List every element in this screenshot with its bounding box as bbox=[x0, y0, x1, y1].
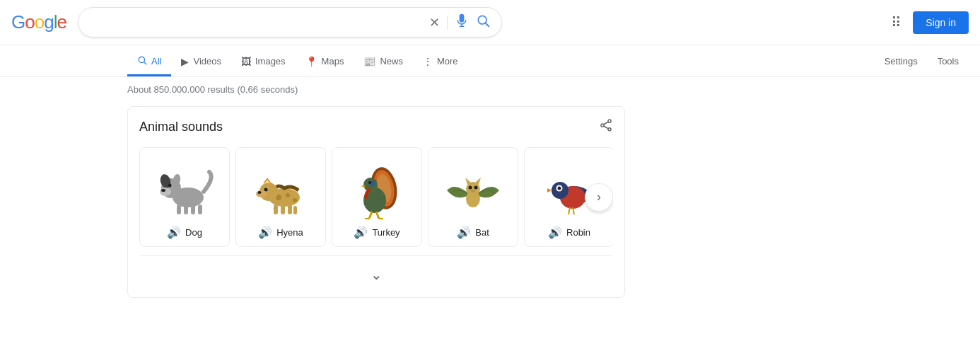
tab-more-label: More bbox=[437, 56, 458, 67]
expand-section: ⌄ bbox=[139, 255, 613, 286]
svg-line-44 bbox=[369, 212, 372, 219]
nav-tabs: All ▶ Videos 🖼 Images 📍 Maps 📰 News ⋮ Mo… bbox=[0, 45, 980, 77]
search-divider bbox=[447, 16, 448, 30]
animal-image-dog bbox=[153, 156, 216, 220]
animal-label-turkey: 🔊 Turkey bbox=[354, 226, 399, 239]
svg-point-7 bbox=[601, 124, 604, 127]
tab-more[interactable]: ⋮ More bbox=[413, 49, 468, 76]
tab-tools[interactable]: Tools bbox=[928, 49, 969, 76]
logo-letter-G: G bbox=[11, 11, 25, 33]
animal-name-bat: Bat bbox=[475, 227, 489, 238]
expand-button[interactable]: ⌄ bbox=[354, 263, 399, 286]
search-bar: What sound does a dog make ✕ bbox=[78, 7, 502, 38]
svg-point-15 bbox=[160, 188, 171, 196]
svg-point-59 bbox=[558, 187, 561, 190]
sound-icon-bat[interactable]: 🔊 bbox=[457, 226, 471, 239]
svg-line-61 bbox=[568, 207, 570, 214]
logo-letter-o1: o bbox=[25, 11, 34, 33]
results-count: About 850.000.000 results (0,66 seconds) bbox=[127, 84, 298, 95]
animal-name-turkey: Turkey bbox=[372, 227, 399, 238]
svg-point-8 bbox=[608, 128, 611, 131]
svg-point-52 bbox=[469, 186, 472, 190]
tab-news-label: News bbox=[380, 56, 403, 67]
news-icon: 📰 bbox=[363, 56, 375, 67]
all-icon bbox=[137, 55, 147, 67]
svg-rect-33 bbox=[281, 204, 285, 214]
animal-card-dog[interactable]: 🔊 Dog bbox=[139, 147, 230, 247]
svg-rect-34 bbox=[288, 204, 292, 214]
svg-rect-20 bbox=[191, 204, 195, 214]
maps-icon: 📍 bbox=[305, 56, 317, 67]
animals-row: 🔊 Dog bbox=[139, 147, 613, 247]
animal-card-bat[interactable]: 🔊 Bat bbox=[428, 147, 518, 247]
tools-label: Tools bbox=[938, 56, 959, 67]
animal-label-robin: 🔊 Robin bbox=[548, 226, 590, 239]
tab-settings[interactable]: Settings bbox=[875, 49, 928, 76]
svg-line-45 bbox=[376, 212, 379, 219]
animal-image-hyena bbox=[249, 156, 313, 220]
search-icons: ✕ bbox=[429, 13, 490, 31]
tab-images[interactable]: 🖼 Images bbox=[231, 49, 296, 76]
animal-label-bat: 🔊 Bat bbox=[457, 226, 489, 239]
tab-news[interactable]: 📰 News bbox=[354, 49, 413, 76]
tab-all-label: All bbox=[151, 56, 161, 67]
sound-icon-dog[interactable]: 🔊 bbox=[167, 226, 181, 239]
svg-point-31 bbox=[258, 191, 262, 194]
svg-point-53 bbox=[474, 186, 478, 190]
tab-maps[interactable]: 📍 Maps bbox=[296, 49, 354, 76]
svg-rect-21 bbox=[198, 204, 202, 214]
logo-letter-e: e bbox=[57, 11, 66, 33]
header: Google What sound does a dog make ✕ bbox=[0, 0, 980, 45]
svg-point-25 bbox=[293, 198, 297, 202]
tab-videos[interactable]: ▶ Videos bbox=[171, 49, 231, 76]
search-submit-icon[interactable] bbox=[476, 13, 490, 31]
next-button[interactable]: › bbox=[585, 183, 613, 212]
animal-name-hyena: Hyena bbox=[276, 227, 303, 238]
animal-name-robin: Robin bbox=[566, 227, 590, 238]
panel-header: Animal sounds bbox=[139, 118, 613, 136]
svg-line-3 bbox=[486, 23, 489, 27]
animal-image-turkey bbox=[345, 156, 409, 220]
knowledge-panel: Animal sounds bbox=[127, 106, 625, 298]
search-input[interactable]: What sound does a dog make bbox=[90, 16, 422, 29]
svg-line-9 bbox=[604, 122, 608, 124]
svg-point-17 bbox=[168, 184, 172, 188]
tab-images-label: Images bbox=[255, 56, 286, 67]
animal-card-hyena[interactable]: 🔊 Hyena bbox=[235, 147, 326, 247]
animal-label-dog: 🔊 Dog bbox=[167, 226, 202, 239]
svg-point-54 bbox=[471, 190, 475, 192]
animal-card-turkey[interactable]: 🔊 Turkey bbox=[332, 147, 422, 247]
svg-marker-43 bbox=[361, 185, 365, 188]
share-icon[interactable] bbox=[599, 118, 613, 136]
sound-icon-robin[interactable]: 🔊 bbox=[548, 226, 562, 239]
clear-icon[interactable]: ✕ bbox=[429, 16, 440, 29]
tab-maps-label: Maps bbox=[322, 56, 344, 67]
google-logo[interactable]: Google bbox=[11, 11, 66, 33]
images-icon: 🖼 bbox=[241, 56, 251, 67]
settings-label: Settings bbox=[885, 56, 918, 67]
panel-title: Animal sounds bbox=[139, 120, 223, 134]
svg-point-6 bbox=[608, 120, 611, 122]
main-content: Animal sounds bbox=[0, 106, 636, 298]
tab-all[interactable]: All bbox=[127, 48, 171, 76]
logo-letter-g: g bbox=[44, 11, 53, 33]
sound-icon-turkey[interactable]: 🔊 bbox=[354, 226, 368, 239]
sign-in-button[interactable]: Sign in bbox=[913, 11, 969, 34]
svg-point-29 bbox=[264, 188, 268, 192]
results-info: About 850.000.000 results (0,66 seconds) bbox=[0, 77, 980, 100]
svg-point-24 bbox=[286, 193, 290, 197]
videos-icon: ▶ bbox=[181, 56, 189, 67]
svg-rect-35 bbox=[293, 206, 297, 214]
svg-point-16 bbox=[161, 189, 165, 192]
logo-letter-o2: o bbox=[35, 11, 44, 33]
animal-name-dog: Dog bbox=[185, 227, 202, 238]
sound-icon-hyena[interactable]: 🔊 bbox=[258, 226, 272, 239]
svg-point-30 bbox=[256, 190, 267, 197]
mic-icon[interactable] bbox=[455, 13, 469, 31]
animal-label-hyena: 🔊 Hyena bbox=[258, 226, 303, 239]
svg-marker-60 bbox=[547, 188, 552, 192]
svg-line-5 bbox=[144, 62, 146, 64]
header-right: ⠿ Sign in bbox=[891, 11, 969, 34]
svg-rect-19 bbox=[184, 204, 188, 214]
apps-icon[interactable]: ⠿ bbox=[891, 14, 902, 31]
